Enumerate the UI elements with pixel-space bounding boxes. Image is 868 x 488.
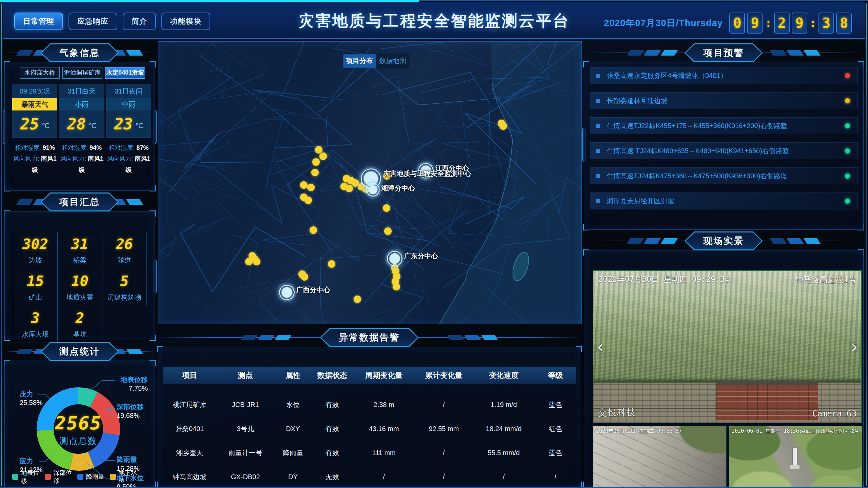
digital-clock: 0 9 : 2 9 : 3 8	[729, 13, 852, 34]
map-tab-项目分布[interactable]: 项目分布	[343, 54, 376, 68]
project-summary-panel: 项目汇总 302边坡31桥梁26隧道15矿山10地质灾害5房建构筑物3水库大坝2…	[4, 194, 155, 340]
frame-left-line	[1, 3, 2, 486]
table-cell: 橙色	[535, 384, 576, 385]
warning-text: 长韶娄道林互通边坡	[607, 96, 845, 105]
table-cell: 有效	[312, 424, 353, 433]
project-dot[interactable]	[346, 185, 353, 192]
table-row: 湘乡壶天雨量计一号降雨量有效111 mm/55.5 mm/d蓝色	[163, 441, 576, 465]
weather-panel: 气象信息 水府庙大桥滑油洞尾矿库永定0401滑坡 09:29实况 暴雨天气 25…	[4, 44, 155, 191]
table-cell: 张桑0401	[163, 424, 216, 433]
warning-item[interactable]: 仁博高速TJ22标K455+175～K455+360(K916+200)右侧路堑	[590, 117, 858, 134]
table-cell: 2.38 m	[353, 401, 415, 409]
warning-status-dot	[845, 199, 850, 204]
project-dot[interactable]	[328, 260, 335, 268]
weather-tab-永定0401滑坡[interactable]: 永定0401滑坡	[105, 67, 145, 79]
project-dot[interactable]	[253, 258, 260, 265]
table-cell: 15.97	[415, 384, 473, 385]
project-dot[interactable]	[354, 296, 361, 303]
wind-label: 风向风力:	[13, 155, 39, 162]
project-dot[interactable]	[312, 158, 320, 166]
prev-camera-arrow[interactable]: ‹	[597, 337, 604, 357]
project-dot[interactable]	[300, 181, 308, 189]
warning-item[interactable]: 张桑高速永定服务区4号滑坡体（0401）	[590, 67, 858, 84]
main-video-feed[interactable]: 2020年07月30日 星期四 09:29:34 钟马路高边坡1号 交投科技 C…	[593, 270, 862, 423]
warnings-title: 项目预警	[686, 44, 762, 61]
project-dot[interactable]	[301, 273, 308, 281]
warning-bullet-icon	[596, 174, 600, 178]
warning-item[interactable]: 仁博高速 TJ24标K480+635～K480+940(K941+650)右侧路…	[590, 142, 858, 159]
table-cell: 55.5 mm/d	[473, 449, 535, 457]
project-dot[interactable]	[310, 226, 317, 234]
humidity-label: 相对湿度:	[108, 144, 135, 151]
nav-button-日常管理[interactable]: 日常管理	[14, 13, 63, 30]
map-tab-数据地图[interactable]: 数据地图	[376, 54, 409, 68]
live-scene-panel: 现场实景 2020年07月30日 星期四 09:29:34 钟马路高边坡1号 交…	[584, 232, 864, 487]
weather-tab-滑油洞尾矿库[interactable]: 滑油洞尾矿库	[62, 67, 102, 79]
table-cell: DXY	[274, 425, 312, 433]
nav-button-功能模块[interactable]: 功能模块	[161, 13, 210, 30]
table-cell: 有效	[312, 400, 353, 409]
table-cell: /	[535, 473, 576, 481]
warning-item[interactable]: 长韶娄道林互通边坡	[590, 92, 858, 109]
alarm-table-title: 异常数据告警	[321, 329, 418, 346]
project-dot[interactable]	[245, 258, 253, 265]
next-camera-arrow[interactable]: ›	[851, 337, 858, 357]
table-cell: /	[415, 449, 473, 457]
weather-period: 31日夜间	[106, 84, 151, 98]
legend-item-降雨量[interactable]: 降雨量	[77, 469, 110, 485]
humidity-value: 94%	[90, 144, 102, 151]
legend-swatch	[110, 474, 116, 480]
project-dot[interactable]	[384, 227, 392, 235]
legend-item-地下水位[interactable]: 地下水位	[110, 469, 142, 485]
project-dot[interactable]	[311, 169, 319, 176]
project-dot[interactable]	[319, 152, 327, 160]
warning-item[interactable]: 仁博高速TJ24标K475+360～K475+500(K936+300)右侧路堤	[590, 167, 858, 184]
donut-slice-地下水位[interactable]	[72, 460, 91, 462]
table-cell: 92.55 mm	[415, 425, 473, 433]
legend-label: 地表位移	[21, 469, 45, 485]
warning-list: 张桑高速永定服务区4号滑坡体（0401）长韶娄道林互通边坡仁博高速TJ22标K4…	[584, 62, 863, 209]
map-container[interactable]: 项目分布数据地图 江西分中心灾害地质与工程安全监测中心湘潭分中心广东分中心广西分…	[158, 41, 582, 324]
humidity-label: 相对湿度:	[15, 144, 41, 151]
center-marker-湘潭分中心[interactable]: 湘潭分中心	[366, 183, 380, 197]
project-dot[interactable]	[499, 122, 507, 130]
column-header-周期变化量: 周期变化量	[353, 370, 415, 381]
center-marker-ring	[387, 251, 402, 266]
nav-button-应急响应[interactable]: 应急响应	[68, 13, 117, 30]
project-dot[interactable]	[383, 204, 390, 212]
thumb-video-2[interactable]: 2020-06-01 星期一 18:36:41 娄底固体废物处理中心2号 致力科…	[729, 426, 862, 488]
donut-slice-地表位移[interactable]	[78, 396, 94, 400]
summary-value: 10	[71, 273, 88, 289]
summary-label: 基坑	[73, 330, 86, 339]
summary-value: 3	[31, 310, 40, 326]
frame-right-line	[866, 3, 867, 486]
thumb-video-1[interactable]: 2020年06月02日 星期二 06:55:57 致力科技 Camera 62	[593, 426, 727, 488]
weather-tab-水府庙大桥[interactable]: 水府庙大桥	[20, 67, 60, 79]
weather-period: 31日白天	[59, 84, 104, 98]
main-nav: 日常管理应急响应简介功能模块	[14, 13, 210, 30]
warning-bullet-icon	[596, 124, 600, 128]
center-marker-label: 广东分中心	[404, 251, 438, 261]
callout-pressure: 压力25.58%	[20, 389, 43, 407]
legend-item-深部位移[interactable]: 深部位移	[45, 469, 77, 485]
warning-status-dot	[845, 98, 850, 103]
project-dot[interactable]	[393, 283, 400, 290]
table-cell: DY	[274, 473, 312, 481]
legend-label: 地下水位	[119, 469, 142, 485]
project-dot[interactable]	[304, 197, 312, 204]
center-marker-广东分中心[interactable]: 广东分中心	[387, 251, 402, 266]
summary-label: 矿山	[28, 293, 42, 302]
project-dot[interactable]	[315, 146, 322, 154]
warning-item[interactable]: 湘潭县天易经开区滑坡	[590, 192, 858, 209]
point-stats-title: 测点统计	[42, 343, 118, 360]
table-cell: 43.16 mm	[353, 425, 415, 433]
center-marker-广西分中心[interactable]: 广西分中心	[279, 285, 295, 300]
legend-swatch	[12, 474, 18, 480]
warning-status-dot	[845, 174, 850, 179]
warning-bullet-icon	[596, 149, 600, 153]
alarm-table-rows: 湘M互通边坡5-2孔DXY有效10.12 mm15.975.46 mm/d橙色桃…	[163, 384, 576, 483]
legend-item-地表位移[interactable]: 地表位移	[12, 469, 45, 485]
project-dot[interactable]	[307, 184, 315, 191]
temperature-unit: ℃	[88, 122, 96, 130]
nav-button-简介[interactable]: 简介	[123, 13, 156, 30]
